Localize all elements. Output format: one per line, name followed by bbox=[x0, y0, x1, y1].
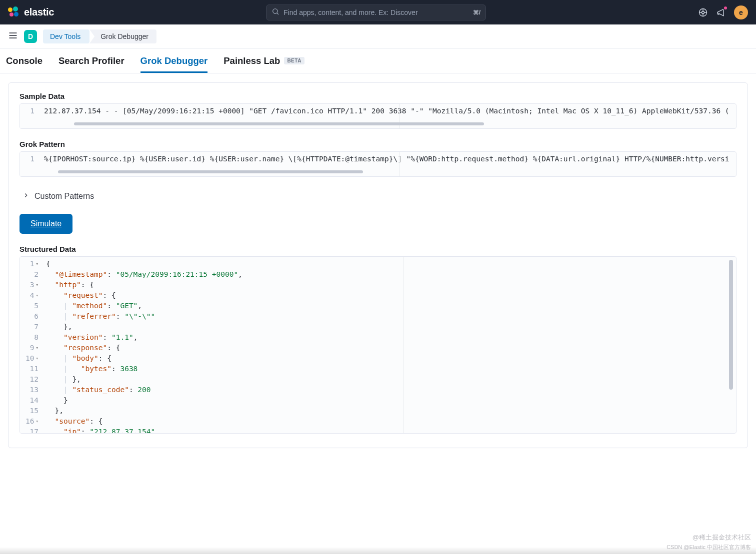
brand-wordmark: elastic bbox=[24, 6, 54, 18]
newsfeed-icon[interactable] bbox=[716, 7, 726, 17]
line-number: 1 bbox=[25, 154, 34, 164]
breadcrumb-devtools[interactable]: Dev Tools bbox=[43, 29, 88, 43]
hscrollbar[interactable] bbox=[44, 122, 731, 125]
sample-data-editor[interactable]: 1 212.87.37.154 - - [05/May/2099:16:21:1… bbox=[20, 103, 736, 129]
beta-badge: BETA bbox=[284, 57, 304, 64]
fold-toggle-icon[interactable]: ▾ bbox=[36, 355, 38, 362]
nav-toggle-icon[interactable] bbox=[8, 30, 18, 42]
output-line: "version": "1.1", bbox=[46, 332, 242, 343]
search-kbd-hint: ⌘/ bbox=[473, 9, 480, 16]
line-number: 13 bbox=[25, 385, 38, 395]
search-icon bbox=[272, 7, 280, 17]
grok-page: Sample Data 1 212.87.37.154 - - [05/May/… bbox=[0, 73, 756, 468]
tab-console[interactable]: Console bbox=[6, 49, 42, 72]
output-line: | "method": "GET", bbox=[46, 301, 242, 311]
output-line: }, bbox=[46, 322, 242, 332]
line-number: 17 bbox=[25, 427, 38, 434]
line-number: 4▾ bbox=[25, 290, 38, 301]
custom-patterns-accordion[interactable]: Custom Patterns bbox=[20, 188, 736, 203]
grok-pattern-label: Grok Pattern bbox=[20, 140, 736, 148]
chevron-right-icon bbox=[22, 192, 30, 201]
fold-toggle-icon[interactable]: ▾ bbox=[36, 345, 38, 351]
output-line: | "status_code": 200 bbox=[46, 385, 242, 395]
tab-grok-debugger[interactable]: Grok Debugger bbox=[140, 49, 208, 73]
space-selector[interactable]: D bbox=[24, 30, 37, 43]
line-number: 11 bbox=[25, 364, 38, 374]
search-placeholder: Find apps, content, and more. Ex: Discov… bbox=[284, 8, 469, 16]
output-line: "ip": "212.87.37.154" bbox=[46, 427, 242, 434]
global-header: elastic Find apps, content, and more. Ex… bbox=[0, 0, 756, 24]
tab-painless-lab[interactable]: Painless Lab BETA bbox=[224, 49, 304, 72]
vscrollbar[interactable] bbox=[729, 260, 733, 430]
line-number: 10▾ bbox=[25, 353, 38, 364]
notification-dot bbox=[723, 5, 728, 10]
breadcrumb: Dev Tools Grok Debugger bbox=[43, 29, 156, 43]
line-number: 14 bbox=[25, 395, 38, 406]
output-line: "response": { bbox=[46, 343, 242, 353]
output-line: } bbox=[46, 395, 242, 406]
output-line: | "bytes": 3638 bbox=[46, 364, 242, 374]
hscrollbar[interactable] bbox=[44, 170, 731, 173]
line-number: 5 bbox=[25, 301, 38, 311]
custom-patterns-label: Custom Patterns bbox=[34, 192, 94, 201]
output-line: | "body": { bbox=[46, 353, 242, 364]
svg-point-0 bbox=[273, 9, 278, 13]
svg-point-3 bbox=[702, 11, 704, 13]
breadcrumb-grokdebugger: Grok Debugger bbox=[90, 29, 156, 43]
line-number: 9▾ bbox=[25, 343, 38, 353]
fold-toggle-icon[interactable]: ▾ bbox=[36, 292, 38, 299]
fold-toggle-icon[interactable]: ▾ bbox=[36, 282, 38, 288]
global-search[interactable]: Find apps, content, and more. Ex: Discov… bbox=[266, 4, 486, 20]
output-line: "request": { bbox=[46, 290, 242, 301]
output-line: | }, bbox=[46, 374, 242, 385]
sample-data-label: Sample Data bbox=[20, 92, 736, 100]
output-line: "http": { bbox=[46, 280, 242, 290]
grok-pattern-editor[interactable]: 1 %{IPORHOST:source.ip} %{USER:user.id} … bbox=[20, 151, 736, 177]
line-number: 2 bbox=[25, 269, 38, 280]
chrome-subheader: D Dev Tools Grok Debugger bbox=[0, 24, 756, 48]
fold-toggle-icon[interactable]: ▾ bbox=[36, 261, 38, 267]
structured-data-output[interactable]: 1▾23▾4▾56789▾10▾111213141516▾171819▾2021… bbox=[20, 256, 736, 434]
user-avatar[interactable]: e bbox=[734, 5, 748, 19]
output-line: | "referrer": "\"-\"" bbox=[46, 311, 242, 322]
line-number: 16▾ bbox=[25, 416, 38, 427]
elastic-logo-icon bbox=[8, 6, 20, 18]
global-search-wrap: Find apps, content, and more. Ex: Discov… bbox=[62, 4, 690, 20]
output-line: { bbox=[46, 259, 242, 269]
devtools-tabs: Console Search Profiler Grok Debugger Pa… bbox=[0, 48, 756, 73]
brand-cluster[interactable]: elastic bbox=[8, 6, 54, 18]
tab-painless-label: Painless Lab bbox=[224, 55, 280, 66]
grok-panel: Sample Data 1 212.87.37.154 - - [05/May/… bbox=[8, 82, 748, 448]
tab-search-profiler[interactable]: Search Profiler bbox=[58, 49, 124, 72]
line-number: 8 bbox=[25, 332, 38, 343]
help-icon[interactable] bbox=[698, 7, 708, 17]
svg-line-1 bbox=[277, 13, 278, 14]
line-number: 7 bbox=[25, 322, 38, 332]
structured-data-label: Structured Data bbox=[20, 245, 736, 253]
simulate-button[interactable]: Simulate bbox=[20, 214, 72, 234]
output-line: "@timestamp": "05/May/2099:16:21:15 +000… bbox=[46, 269, 242, 280]
line-number: 1▾ bbox=[25, 259, 38, 269]
line-number: 15 bbox=[25, 406, 38, 416]
line-number: 1 bbox=[25, 106, 34, 116]
output-line: }, bbox=[46, 406, 242, 416]
line-number: 6 bbox=[25, 311, 38, 322]
output-line: "source": { bbox=[46, 416, 242, 427]
line-number: 12 bbox=[25, 374, 38, 385]
fold-toggle-icon[interactable]: ▾ bbox=[36, 418, 38, 425]
header-right: e bbox=[698, 5, 748, 19]
line-number: 3▾ bbox=[25, 280, 38, 290]
